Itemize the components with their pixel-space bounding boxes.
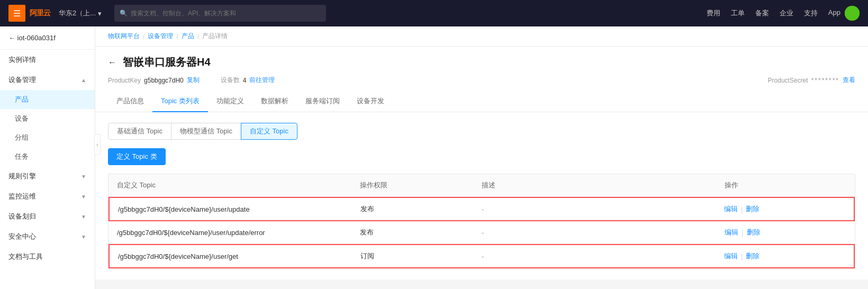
product-secret-label: ProductSecret	[768, 77, 808, 84]
permission-cell-1: 发布	[360, 204, 482, 214]
manage-link[interactable]: 前往管理	[249, 76, 275, 85]
device-count-item: 设备数 4 前往管理	[221, 76, 275, 85]
view-link[interactable]: 查看	[843, 76, 855, 85]
sidebar-section-device-mgmt[interactable]: 设备管理 ▲	[0, 70, 95, 90]
search-bar[interactable]: 🔍	[114, 5, 326, 22]
chevron-down-icon: ▼	[81, 194, 86, 200]
chevron-down-icon: ▼	[81, 234, 86, 240]
topic-cell-2: /g5bbggc7dH0/${deviceName}/user/update/e…	[117, 229, 360, 237]
logo-text: 阿里云	[30, 8, 50, 18]
sidebar-section-device-alloc[interactable]: 设备划归 ▼	[0, 206, 95, 227]
permission-cell-3: 订阅	[360, 251, 482, 261]
nav-actions: 费用 工单 备案 企业 支持 App	[707, 8, 840, 18]
product-meta: ProductKey g5bbggc7dH0 复制 设备数 4 前往管理 Pro…	[108, 76, 855, 85]
col-description: 描述	[482, 180, 725, 190]
breadcrumb-current: 产品详情	[202, 32, 228, 41]
nav-enterprise[interactable]: 企业	[780, 8, 793, 18]
sidebar-collapse-button[interactable]: ‹	[94, 134, 101, 155]
breadcrumb-iot[interactable]: 物联网平台	[108, 32, 140, 41]
col-topic: 自定义 Topic	[117, 180, 360, 190]
chevron-down-icon: ▼	[81, 214, 86, 220]
define-topic-button[interactable]: 定义 Topic 类	[108, 148, 166, 165]
col-actions: 操作	[725, 180, 846, 190]
search-input[interactable]	[131, 10, 321, 17]
device-count-value: 4	[243, 77, 247, 84]
page-title: 智嵌串口服务器H4	[123, 55, 211, 69]
topic-cell-3: /g5bbggc7dH0/${deviceName}/user/get	[118, 252, 360, 260]
product-secret-value: ********	[811, 77, 839, 84]
topic-table: 自定义 Topic 操作权限 描述 操作 /g5bbggc7dH0/${devi…	[108, 174, 855, 269]
breadcrumb-product[interactable]: 产品	[182, 32, 194, 41]
table-row: /g5bbggc7dH0/${deviceName}/user/update/e…	[108, 221, 855, 244]
sidebar: ← iot-060a031f 实例详情 设备管理 ▲ 产品 设备 分组 任务 规…	[0, 26, 95, 289]
desc-cell-3: -	[482, 252, 724, 260]
product-key-label: ProductKey	[108, 77, 141, 84]
delete-link-3[interactable]: 删除	[746, 251, 760, 261]
page-title-row: ← 智嵌串口服务器H4	[108, 55, 855, 69]
edit-link-2[interactable]: 编辑	[725, 228, 738, 237]
search-icon: 🔍	[120, 10, 128, 17]
tab-device-dev[interactable]: 设备开发	[348, 91, 393, 112]
nav-ticket[interactable]: 工单	[731, 8, 745, 18]
sidebar-section-docs[interactable]: 文档与工具	[0, 247, 95, 267]
nav-icp[interactable]: 备案	[755, 8, 769, 18]
sub-tabs: 基础通信 Topic 物模型通信 Topic 自定义 Topic	[108, 123, 855, 140]
tab-function-def[interactable]: 功能定义	[208, 91, 252, 112]
edit-link-1[interactable]: 编辑	[724, 204, 738, 214]
copy-link[interactable]: 复制	[187, 76, 200, 85]
breadcrumb-device-mgmt[interactable]: 设备管理	[148, 32, 173, 41]
edit-link-3[interactable]: 编辑	[724, 251, 738, 261]
nav-support[interactable]: 支持	[804, 8, 818, 18]
tab-data-parse[interactable]: 数据解析	[252, 91, 297, 112]
permission-cell-2: 发布	[360, 228, 482, 237]
table-row: /g5bbggc7dH0/${deviceName}/user/get 订阅 -…	[108, 244, 855, 268]
divider-2: |	[742, 229, 743, 237]
region-selector[interactable]: 华东2（上... ▾	[59, 8, 102, 18]
device-count-label: 设备数	[221, 76, 240, 85]
sidebar-section-instance[interactable]: 实例详情	[0, 50, 95, 70]
table-header: 自定义 Topic 操作权限 描述 操作	[108, 174, 855, 197]
col-permission: 操作权限	[360, 180, 482, 190]
page-header: ← 智嵌串口服务器H4 ProductKey g5bbggc7dH0 复制 设备…	[95, 47, 868, 112]
sub-tab-custom[interactable]: 自定义 Topic	[241, 123, 297, 140]
collapse-icon: ‹	[96, 142, 98, 148]
delete-link-1[interactable]: 删除	[746, 204, 760, 214]
menu-icon[interactable]: ☰	[8, 5, 25, 22]
tab-topic-list[interactable]: Topic 类列表	[152, 91, 208, 112]
sidebar-item-task[interactable]: 任务	[0, 147, 95, 166]
sidebar-section-security[interactable]: 安全中心 ▼	[0, 227, 95, 247]
divider-3: |	[741, 252, 743, 260]
sub-tab-basic[interactable]: 基础通信 Topic	[108, 123, 171, 140]
delete-link-2[interactable]: 删除	[747, 228, 761, 237]
sidebar-item-product[interactable]: 产品	[0, 90, 95, 109]
main-content: 物联网平台 / 设备管理 / 产品 / 产品详情 ← 智嵌串口服务器H4 Pro…	[95, 26, 868, 289]
nav-fees[interactable]: 费用	[707, 8, 720, 18]
logo[interactable]: 阿里云	[30, 8, 50, 18]
divider-1: |	[741, 205, 743, 213]
chevron-down-icon: ▼	[81, 174, 86, 179]
desc-cell-1: -	[482, 205, 724, 213]
product-key-value: g5bbggc7dH0	[144, 77, 184, 84]
sidebar-section-monitor[interactable]: 监控运维 ▼	[0, 186, 95, 206]
sidebar-back[interactable]: ← iot-060a031f	[0, 26, 95, 50]
desc-cell-2: -	[482, 229, 725, 237]
nav-app[interactable]: App	[828, 8, 840, 18]
sidebar-item-group[interactable]: 分组	[0, 128, 95, 147]
action-cell-3: 编辑 | 删除	[724, 251, 845, 261]
product-secret-item: ProductSecret ******** 查看	[768, 76, 855, 85]
top-nav: ☰ 阿里云 华东2（上... ▾ 🔍 费用 工单 备案 企业 支持 App	[0, 0, 868, 26]
content-area: 基础通信 Topic 物模型通信 Topic 自定义 Topic 定义 Topi…	[95, 112, 868, 279]
action-cell-2: 编辑 | 删除	[725, 228, 846, 237]
sub-tab-thing-model[interactable]: 物模型通信 Topic	[171, 123, 241, 140]
tab-service-sub[interactable]: 服务端订阅	[297, 91, 348, 112]
tab-product-info[interactable]: 产品信息	[108, 91, 152, 112]
table-row: /g5bbggc7dH0/${deviceName}/user/update 发…	[108, 197, 855, 221]
action-cell-1: 编辑 | 删除	[724, 204, 845, 214]
avatar[interactable]	[845, 6, 860, 21]
topic-cell-1: /g5bbggc7dH0/${deviceName}/user/update	[118, 205, 360, 213]
back-arrow-icon[interactable]: ←	[108, 58, 116, 67]
sidebar-section-rules[interactable]: 规则引擎 ▼	[0, 166, 95, 186]
main-tabs: 产品信息 Topic 类列表 功能定义 数据解析 服务端订阅 设备开发	[108, 91, 855, 112]
sidebar-item-device[interactable]: 设备	[0, 109, 95, 128]
product-key-item: ProductKey g5bbggc7dH0 复制	[108, 76, 200, 85]
